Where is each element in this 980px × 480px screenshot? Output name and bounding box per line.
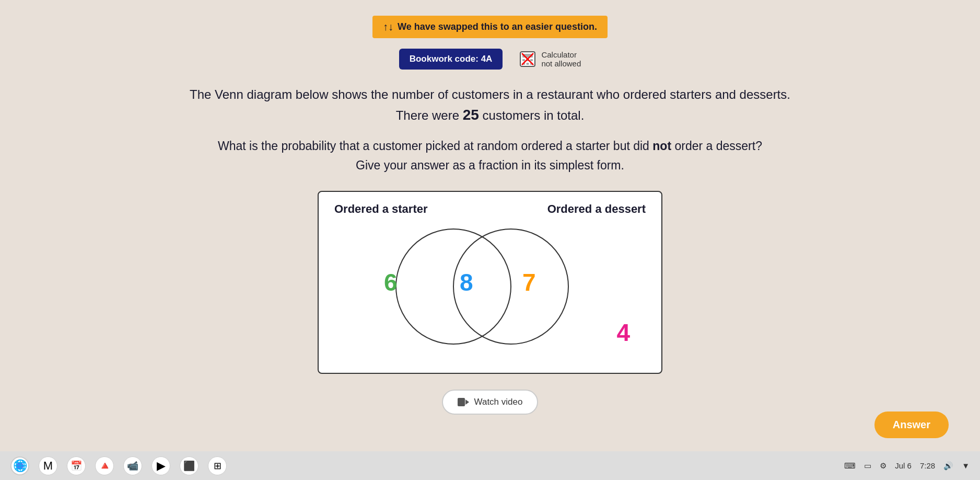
volume-icon[interactable]: 🔊 bbox=[943, 461, 953, 471]
venn-num-outside: 4 bbox=[616, 318, 630, 347]
svg-marker-13 bbox=[465, 399, 469, 405]
svg-rect-12 bbox=[458, 398, 465, 406]
main-content: ↑↓ We have swapped this to an easier que… bbox=[0, 0, 980, 436]
drive-icon[interactable]: 🔺 bbox=[95, 456, 114, 475]
swap-banner-text: We have swapped this to an easier questi… bbox=[398, 21, 597, 32]
svg-rect-2 bbox=[522, 59, 525, 61]
venn-diagram-container: Ordered a starter Ordered a dessert 6 8 … bbox=[318, 191, 662, 374]
question-total: 25 bbox=[463, 107, 479, 123]
venn-diagram: 6 8 7 4 bbox=[334, 221, 646, 357]
question-line2-suffix: customers in total. bbox=[479, 108, 584, 122]
venn-num-left: 6 bbox=[384, 268, 398, 296]
keyboard-icon: ⌨ bbox=[844, 461, 856, 471]
question-line1: The Venn diagram below shows the number … bbox=[190, 87, 790, 101]
taskbar-date: Jul 6 bbox=[895, 461, 912, 470]
taskbar: 🌐 M 📅 🔺 📹 ▶ ⬛ ⊞ ⌨ ▭ ⚙ Jul 6 7:28 🔊 ▼ bbox=[0, 451, 980, 480]
calculator-info: Calculator not allowed bbox=[518, 50, 581, 68]
calculator-icon bbox=[518, 50, 537, 68]
swap-banner: ↑↓ We have swapped this to an easier que… bbox=[372, 16, 608, 38]
play-icon[interactable]: ▶ bbox=[151, 456, 170, 475]
bookwork-code: Bookwork code: 4A bbox=[399, 49, 503, 70]
network-icon[interactable]: ▼ bbox=[962, 461, 970, 470]
meet-icon[interactable]: 📹 bbox=[123, 456, 142, 475]
watch-video-button[interactable]: Watch video bbox=[442, 390, 539, 415]
app-icon[interactable]: ⬛ bbox=[180, 456, 199, 475]
prob-line3-end: order a dessert? bbox=[674, 139, 762, 153]
prob-line4: Give your answer as a fraction in its si… bbox=[356, 158, 624, 172]
venn-labels: Ordered a starter Ordered a dessert bbox=[334, 202, 646, 216]
watch-video-label: Watch video bbox=[474, 397, 523, 407]
grid-icon[interactable]: ⊞ bbox=[208, 456, 227, 475]
prob-line3: What is the probability that a customer … bbox=[218, 139, 649, 153]
svg-rect-4 bbox=[530, 59, 533, 61]
swap-arrow-icon: ↑↓ bbox=[383, 21, 393, 33]
taskbar-right: ⌨ ▭ ⚙ Jul 6 7:28 🔊 ▼ bbox=[844, 461, 970, 471]
svg-rect-6 bbox=[527, 63, 529, 65]
gmail-icon[interactable]: M bbox=[39, 456, 57, 475]
settings-icon: ⚙ bbox=[880, 461, 886, 471]
taskbar-left: 🌐 M 📅 🔺 📹 ▶ ⬛ ⊞ bbox=[10, 456, 227, 475]
calculator-text: Calculator not allowed bbox=[541, 50, 581, 68]
not-word: not bbox=[652, 139, 671, 153]
probability-question: What is the probability that a customer … bbox=[218, 136, 762, 175]
venn-num-middle: 8 bbox=[460, 268, 473, 296]
question-text: The Venn diagram below shows the number … bbox=[190, 85, 790, 126]
venn-num-right: 7 bbox=[522, 268, 536, 296]
video-camera-icon bbox=[458, 398, 469, 406]
display-icon: ▭ bbox=[864, 461, 871, 471]
calculator-label: Calculator bbox=[541, 50, 581, 59]
taskbar-time: 7:28 bbox=[920, 461, 935, 470]
calendar-icon[interactable]: 📅 bbox=[67, 456, 86, 475]
bookwork-row: Bookwork code: 4A Calculator n bbox=[399, 49, 581, 70]
chrome-icon[interactable]: 🌐 bbox=[10, 456, 29, 475]
calculator-status: not allowed bbox=[541, 59, 581, 68]
answer-button[interactable]: Answer bbox=[874, 412, 949, 438]
venn-label-right: Ordered a dessert bbox=[547, 202, 646, 216]
question-line2-prefix: There were bbox=[396, 108, 463, 122]
venn-label-left: Ordered a starter bbox=[334, 202, 428, 216]
